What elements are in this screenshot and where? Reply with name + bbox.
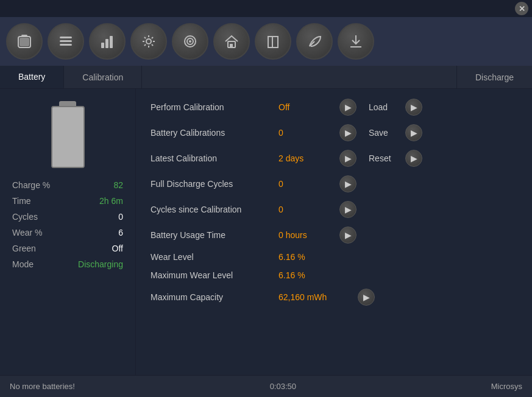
cal-extra-2: Reset ▶ bbox=[369, 150, 422, 167]
cal-btn-5[interactable]: ▶ bbox=[339, 227, 356, 244]
close-button[interactable]: ✕ bbox=[515, 2, 528, 15]
cal-extra-label-1: Save bbox=[369, 128, 399, 138]
toolbar-settings-btn[interactable] bbox=[130, 23, 167, 60]
toolbar-chart-btn[interactable] bbox=[89, 23, 126, 60]
cal-btn-0[interactable]: ▶ bbox=[339, 99, 356, 116]
stat-charge: Charge % 82 bbox=[12, 180, 123, 190]
stat-charge-value: 82 bbox=[113, 180, 123, 190]
cal-row-3: Full Discharge Cycles 0 ▶ bbox=[151, 175, 517, 192]
cal-label-0: Perform Calibration bbox=[151, 102, 278, 112]
tab-bar: Battery Calibration Discharge bbox=[0, 66, 532, 89]
toolbar-target-btn[interactable] bbox=[172, 23, 208, 60]
cal-btn-8[interactable]: ▶ bbox=[358, 289, 375, 306]
status-bar: No more batteries! 0:03:50 Microsys bbox=[0, 375, 532, 397]
cal-value-6: 6.16 % bbox=[278, 252, 339, 262]
tab-calibration[interactable]: Calibration bbox=[64, 66, 142, 88]
cal-extra-label-0: Load bbox=[369, 102, 399, 112]
cal-row-7: Maximum Wear Level 6.16 % bbox=[151, 270, 517, 280]
cal-row-5: Battery Usage Time 0 hours ▶ bbox=[151, 227, 517, 244]
title-bar: ✕ bbox=[0, 0, 532, 17]
stat-charge-label: Charge % bbox=[12, 180, 50, 190]
cal-btn-1[interactable]: ▶ bbox=[339, 124, 356, 141]
status-center: 0:03:50 bbox=[270, 382, 296, 391]
toolbar bbox=[0, 17, 532, 66]
stat-cycles-label: Cycles bbox=[12, 212, 38, 222]
stat-time-label: Time bbox=[12, 196, 31, 206]
stat-wear: Wear % 6 bbox=[12, 228, 123, 237]
cal-extra-label-2: Reset bbox=[369, 153, 399, 163]
cal-value-5: 0 hours bbox=[278, 230, 339, 240]
cal-value-8: 62,160 mWh bbox=[278, 292, 358, 302]
cal-btn-2[interactable]: ▶ bbox=[339, 150, 356, 167]
toolbar-home-btn[interactable] bbox=[213, 23, 250, 60]
svg-rect-3 bbox=[60, 37, 72, 38]
toolbar-download-btn[interactable] bbox=[338, 23, 374, 60]
svg-rect-7 bbox=[105, 39, 108, 48]
left-panel: Charge % 82 Time 2h 6m Cycles 0 Wear % 6… bbox=[0, 89, 136, 375]
cal-value-7: 6.16 % bbox=[278, 270, 339, 280]
cal-extra-0: Load ▶ bbox=[369, 99, 422, 116]
toolbar-book-btn[interactable] bbox=[255, 23, 291, 60]
svg-rect-8 bbox=[110, 36, 113, 48]
cal-value-1: 0 bbox=[278, 128, 339, 138]
cal-label-1: Battery Calibrations bbox=[151, 128, 278, 138]
battery-cap bbox=[59, 101, 76, 106]
stat-wear-value: 6 bbox=[118, 228, 123, 237]
cal-label-6: Wear Level bbox=[151, 252, 278, 262]
cal-value-0: Off bbox=[278, 102, 339, 112]
stat-cycles: Cycles 0 bbox=[12, 212, 123, 222]
cal-extra-btn-0[interactable]: ▶ bbox=[405, 99, 422, 116]
cal-row-0: Perform Calibration Off ▶ Load ▶ bbox=[151, 99, 517, 116]
cal-btn-3[interactable]: ▶ bbox=[339, 175, 356, 192]
cal-label-7: Maximum Wear Level bbox=[151, 270, 278, 280]
battery-visual bbox=[51, 101, 85, 168]
stat-green-value: Off bbox=[112, 244, 123, 253]
cal-row-8: Maximum Capacity 62,160 mWh ▶ bbox=[151, 289, 517, 306]
tab-spacer bbox=[142, 66, 456, 88]
status-left: No more batteries! bbox=[10, 382, 75, 391]
cal-label-8: Maximum Capacity bbox=[151, 292, 278, 302]
cal-value-3: 0 bbox=[278, 179, 339, 189]
cal-label-4: Cycles since Calibration bbox=[151, 205, 278, 214]
battery-body bbox=[51, 106, 85, 168]
stat-green-label: Green bbox=[12, 244, 36, 253]
cal-extra-btn-2[interactable]: ▶ bbox=[405, 150, 422, 167]
cal-row-4: Cycles since Calibration 0 ▶ bbox=[151, 201, 517, 218]
toolbar-list-btn[interactable] bbox=[48, 23, 84, 60]
svg-point-12 bbox=[189, 40, 191, 43]
svg-rect-4 bbox=[60, 40, 72, 42]
cal-row-1: Battery Calibrations 0 ▶ Save ▶ bbox=[151, 124, 517, 141]
stat-time-value: 2h 6m bbox=[99, 196, 123, 206]
tab-battery[interactable]: Battery bbox=[0, 66, 64, 88]
battery-icon-wrap bbox=[12, 101, 123, 168]
cal-row-6: Wear Level 6.16 % bbox=[151, 252, 517, 262]
cal-btn-4[interactable]: ▶ bbox=[339, 201, 356, 218]
cal-extra-1: Save ▶ bbox=[369, 124, 422, 141]
stat-mode-label: Mode bbox=[12, 259, 34, 269]
svg-point-9 bbox=[146, 39, 151, 44]
cal-label-5: Battery Usage Time bbox=[151, 230, 278, 240]
cal-value-4: 0 bbox=[278, 205, 339, 214]
main-content: Charge % 82 Time 2h 6m Cycles 0 Wear % 6… bbox=[0, 89, 532, 375]
cal-label-2: Latest Calibration bbox=[151, 153, 278, 163]
battery-fill bbox=[52, 118, 83, 167]
svg-rect-14 bbox=[230, 44, 233, 47]
status-right: Microsys bbox=[491, 382, 522, 391]
stat-mode-value: Discharging bbox=[78, 259, 123, 269]
right-panel: Perform Calibration Off ▶ Load ▶ Battery… bbox=[136, 89, 532, 375]
toolbar-battery-btn[interactable] bbox=[6, 23, 43, 60]
cal-row-2: Latest Calibration 2 days ▶ Reset ▶ bbox=[151, 150, 517, 167]
stat-time: Time 2h 6m bbox=[12, 196, 123, 206]
tab-discharge[interactable]: Discharge bbox=[456, 66, 532, 88]
stat-wear-label: Wear % bbox=[12, 228, 43, 237]
svg-rect-6 bbox=[101, 43, 104, 48]
stat-cycles-value: 0 bbox=[118, 212, 123, 222]
svg-rect-2 bbox=[20, 38, 29, 46]
stat-green: Green Off bbox=[12, 244, 123, 253]
cal-value-2: 2 days bbox=[278, 153, 339, 163]
toolbar-leaf-btn[interactable] bbox=[296, 23, 333, 60]
svg-rect-5 bbox=[60, 44, 72, 46]
cal-label-3: Full Discharge Cycles bbox=[151, 179, 278, 189]
stat-mode: Mode Discharging bbox=[12, 259, 123, 269]
cal-extra-btn-1[interactable]: ▶ bbox=[405, 124, 422, 141]
